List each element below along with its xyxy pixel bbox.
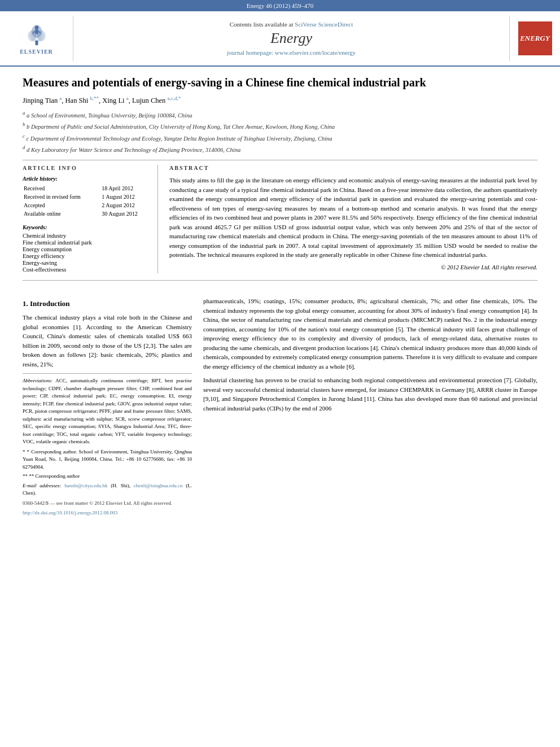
history-received-value: 18 April 2012 [102, 185, 148, 192]
divider-1 [23, 160, 537, 160]
keyword-6: Cost-effectiveness [23, 267, 149, 273]
keyword-2: Fine chemical industrial park [23, 239, 149, 246]
double-star-note: ** Corresponding author [29, 473, 80, 479]
keyword-4: Energy efficiency [23, 253, 149, 259]
affiliation-a: a a School of Environment, Tsinghua Univ… [23, 110, 537, 120]
intro-section-number: 1. [23, 299, 28, 308]
history-received-label: Received [24, 185, 100, 192]
journal-logo-section: ENERGY [509, 16, 560, 61]
copyright-line: © 2012 Elsevier Ltd. All rights reserved… [169, 264, 537, 270]
history-row-available: Available online 30 August 2012 [24, 210, 148, 217]
doi-link[interactable]: http://dx.doi.org/10.1016/j.energy.2012.… [23, 510, 117, 516]
elsevier-logo-section: ELSEVIER [0, 16, 73, 61]
article-title: Measures and potentials of energy-saving… [23, 75, 537, 90]
keyword-5: Energy-saving [23, 260, 149, 266]
email-footnote: E-mail addresses: hanshi@cityu.edu.hk (H… [23, 482, 192, 497]
journal-homepage: journal homepage: www.elsevier.com/locat… [227, 49, 356, 56]
history-available-value: 30 August 2012 [102, 210, 148, 217]
affiliations: a a School of Environment, Tsinghua Univ… [23, 110, 537, 154]
journal-citation-bar: Energy 46 (2012) 459–470 [0, 0, 560, 11]
keywords-label: Keywords: [23, 224, 149, 230]
elsevier-tree-icon [20, 22, 54, 47]
sciverse-link[interactable]: SciVerse ScienceDirect [295, 21, 353, 28]
history-accepted-value: 2 August 2012 [102, 202, 148, 209]
svg-point-5 [34, 26, 38, 30]
affiliation-c: c c Department of Environmental Technolo… [23, 133, 537, 143]
intro-paragraph-2: pharmaceuticals, 19%; coatings, 15%; con… [203, 296, 537, 371]
main-content-area: 1. Introduction The chemical industry pl… [0, 291, 560, 523]
abstract-col: ABSTRACT This study aims to fill the gap… [169, 165, 537, 273]
sciverse-prefix: Contents lists available at [230, 21, 295, 28]
abstract-heading: ABSTRACT [169, 165, 537, 171]
email1-person: (H. Shi), [111, 483, 130, 488]
article-info-abstract-cols: ARTICLE INFO Article history: Received 1… [23, 165, 537, 273]
star-symbol: * [23, 449, 25, 455]
corresponding-author-note: * Corresponding author. School of Enviro… [23, 449, 192, 470]
keyword-3: Energy consumption [23, 246, 149, 252]
main-left-col: 1. Introduction The chemical industry pl… [23, 296, 192, 517]
article-info-col: ARTICLE INFO Article history: Received 1… [23, 165, 158, 273]
star-footnote: * * Corresponding author. School of Envi… [23, 448, 192, 471]
email-link-2[interactable]: chenli@tsinghua.edu.cn [134, 483, 183, 488]
energy-logo-box: ENERGY [518, 21, 552, 55]
intro-section-title: 1. Introduction [23, 299, 192, 308]
abbreviations-text: ACC, automatically continuous centrifuge… [23, 378, 192, 444]
history-row-accepted: Accepted 2 August 2012 [24, 202, 148, 209]
history-row-received: Received 18 April 2012 [24, 185, 148, 192]
intro-paragraph-3: Industrial clustering has proven to be c… [203, 375, 537, 413]
abbreviations-footnote: Abbreviations: ACC, automatically contin… [23, 377, 192, 446]
keywords-section: Keywords: Chemical industry Fine chemica… [23, 224, 149, 273]
journal-header: ELSEVIER Contents lists available at Sci… [0, 11, 560, 67]
affiliation-d: d d Key Laboratory for Water Science and… [23, 144, 537, 154]
intro-section-title-text: Introduction [30, 299, 70, 308]
double-star-symbol: ** [23, 473, 28, 479]
article-header-area: Measures and potentials of energy-saving… [0, 67, 560, 291]
history-revised-label: Received in revised form [24, 193, 100, 200]
history-row-revised: Received in revised form 1 August 2012 [24, 193, 148, 200]
email-label: E-mail addresses: [23, 483, 61, 488]
history-label: Article history: [23, 176, 149, 182]
authors-line: Jinping Tian a, Han Shi b,**, Xing Li a,… [23, 95, 537, 105]
article-info-heading: ARTICLE INFO [23, 165, 149, 171]
sciverse-line: Contents lists available at SciVerse Sci… [230, 21, 353, 28]
journal-title: Energy [270, 30, 312, 47]
affiliation-b: b b Department of Public and Social Admi… [23, 121, 537, 131]
email-link-1[interactable]: hanshi@cityu.edu.hk [64, 483, 107, 488]
history-table: Received 18 April 2012 Received in revis… [23, 184, 149, 219]
journal-citation-text: Energy 46 (2012) 459–470 [247, 2, 314, 9]
journal-header-center: Contents lists available at SciVerse Sci… [73, 16, 509, 61]
article-history: Article history: Received 18 April 2012 … [23, 176, 149, 219]
authors-text: Jinping Tian a, Han Shi b,**, Xing Li a,… [23, 97, 181, 104]
history-revised-value: 1 August 2012 [102, 193, 148, 200]
keyword-1: Chemical industry [23, 233, 149, 239]
svg-rect-6 [35, 29, 38, 34]
footnotes-section: Abbreviations: ACC, automatically contin… [23, 373, 192, 517]
elsevier-text-label: ELSEVIER [20, 49, 53, 55]
double-star-footnote: ** ** Corresponding author [23, 473, 192, 480]
doi-line: http://dx.doi.org/10.1016/j.energy.2012.… [23, 509, 192, 517]
main-right-col: pharmaceuticals, 19%; coatings, 15%; con… [203, 296, 537, 517]
history-available-label: Available online [24, 210, 100, 217]
history-accepted-label: Accepted [24, 202, 100, 209]
divider-2 [23, 280, 537, 281]
abbreviations-label: Abbreviations: [23, 378, 53, 383]
intro-paragraph-1: The chemical industry plays a vital role… [23, 313, 192, 369]
abstract-text: This study aims to fill the gap in the l… [169, 176, 537, 260]
issn-line: 0360-5442/$ — see front matter © 2012 El… [23, 500, 192, 508]
